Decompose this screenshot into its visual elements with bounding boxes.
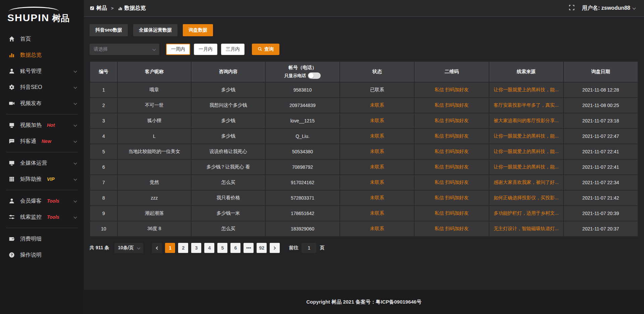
divider (6, 152, 78, 152)
main-area: 树品 > 数据总览 用户名: zswodun88 抖音seo数据全媒体运营数据询… (84, 0, 644, 314)
cell-source[interactable]: 让你一眼就爱上的黑科技，能... (489, 82, 564, 98)
sidebar-item-sliders[interactable]: 线索监控Tools (0, 209, 84, 225)
chart-icon (9, 52, 15, 58)
fullscreen-icon[interactable] (569, 5, 575, 12)
sidebar-item-label: 全媒体运营 (20, 160, 47, 167)
sidebar-item-gear[interactable]: 抖音SEO (0, 79, 84, 95)
sidebar-item-screen[interactable]: 视频加热Hot (0, 117, 84, 133)
phone-only-toggle[interactable] (308, 72, 321, 79)
cell-account: 178651642 (265, 206, 340, 221)
cell-date: 2021-11-07 22:47 (564, 128, 638, 144)
svg-text:?: ? (11, 253, 13, 257)
cell-nickname: 当地比较能吃的一位美女 (117, 144, 192, 159)
page-button-5[interactable]: 5 (217, 243, 227, 253)
pagination: 共 911 条 10条/页 123456•••92 前往 页 (90, 243, 638, 253)
cell-no: 8 (90, 190, 117, 206)
page-size-select[interactable]: 10条/页 (114, 243, 143, 253)
cell-source[interactable]: 被大家追着问的客厅投影分享... (489, 113, 564, 128)
cell-qr[interactable]: 私信 扫码加好友 (414, 82, 489, 98)
cell-qr[interactable]: 私信 扫码加好友 (414, 98, 489, 113)
page-button-3[interactable]: 3 (191, 243, 201, 253)
app-icon (90, 5, 95, 11)
cell-status: 未联系 (340, 221, 414, 237)
cell-source[interactable]: 无主灯设计，智能磁吸轨道灯... (489, 221, 564, 237)
cell-no: 5 (90, 144, 117, 159)
cell-source[interactable]: 让你一眼就爱上的黑科技，能... (489, 159, 564, 175)
range-button-1[interactable]: 一月内 (194, 44, 217, 55)
cell-date: 2021-11-08 00:25 (564, 98, 638, 113)
cell-status: 未联系 (340, 159, 414, 175)
cell-account: 917024162 (265, 175, 340, 190)
sidebar-item-chart[interactable]: 数据总览 (0, 47, 84, 63)
cell-source[interactable]: 如何正确选择投影仪，买投影... (489, 190, 564, 206)
cell-source[interactable]: 让你一眼就爱上的黑科技，能... (489, 128, 564, 144)
inquiry-table: 编号 客户昵称 咨询内容 帐号（电话） 只显示电话 状态 二维码 线索来源 询盘… (90, 61, 638, 237)
page-button-2[interactable]: 2 (178, 243, 188, 253)
cell-qr[interactable]: 私信 扫码加好友 (414, 144, 489, 159)
sidebar-item-person[interactable]: 会员爆客Tools (0, 193, 84, 209)
pages-ellipsis-button[interactable]: ••• (244, 243, 254, 253)
cell-qr[interactable]: 私信 扫码加好友 (414, 175, 489, 190)
cell-content: 多少钱 (191, 128, 265, 144)
monitor-icon (9, 160, 15, 166)
cell-status: 未联系 (340, 190, 414, 206)
prev-page-button[interactable] (152, 243, 162, 253)
next-page-button[interactable] (270, 243, 280, 253)
cell-no: 6 (90, 159, 117, 175)
cell-account: 183929060 (265, 221, 340, 237)
sidebar-item-grid[interactable]: 矩阵助推VIP (0, 171, 84, 187)
goto-page-input[interactable] (302, 243, 316, 253)
cell-account: 70898792 (265, 159, 340, 175)
chevron-down-icon (74, 215, 77, 218)
cell-qr[interactable]: 私信 扫码加好友 (414, 190, 489, 206)
search-icon (258, 47, 262, 52)
sidebar-item-question[interactable]: ?操作说明 (0, 247, 84, 263)
cell-source[interactable]: 让你一眼就爱上的黑科技，能... (489, 144, 564, 159)
badge-vip: VIP (47, 176, 55, 182)
cell-content: 我想问这个多少钱 (191, 98, 265, 113)
cell-status: 已联系 (340, 82, 414, 98)
search-button[interactable]: 查询 (252, 44, 279, 55)
page-button-92[interactable]: 92 (257, 243, 267, 253)
cell-qr[interactable]: 私信 扫码加好友 (414, 113, 489, 128)
sidebar-item-video[interactable]: 视频发布 (0, 95, 84, 111)
cell-qr[interactable]: 私信 扫码加好友 (414, 206, 489, 221)
divider (6, 114, 78, 114)
user-menu[interactable]: 用户名: zswodun88 (582, 5, 635, 12)
sidebar-item-label: 首页 (20, 36, 31, 43)
tab-2[interactable]: 询盘数据 (183, 24, 213, 36)
cell-account: 2097344839 (265, 98, 340, 113)
cell-content: 怎么买 (191, 221, 265, 237)
question-icon: ? (9, 252, 15, 258)
user-icon (9, 68, 15, 74)
cell-source[interactable]: 客厅安装投影半年多了，真实... (489, 98, 564, 113)
page-button-1[interactable]: 1 (165, 243, 175, 253)
tab-1[interactable]: 全媒体运营数据 (133, 24, 177, 36)
cell-nickname: 哦章 (117, 82, 192, 98)
chevron-down-icon (74, 177, 77, 180)
page-button-4[interactable]: 4 (204, 243, 214, 253)
chevron-down-icon (153, 47, 156, 51)
sidebar-item-monitor[interactable]: 全媒体运营 (0, 155, 84, 171)
cell-content: 多少钱一米 (191, 206, 265, 221)
range-button-0[interactable]: 一周内 (166, 44, 190, 55)
home-icon (9, 36, 15, 42)
cell-qr[interactable]: 私信 扫码加好友 (414, 159, 489, 175)
cell-qr[interactable]: 私信 扫码加好友 (414, 128, 489, 144)
sidebar-item-wallet[interactable]: 消费明细 (0, 231, 84, 247)
cell-source[interactable]: 多功能护栏灯，适用于乡村文... (489, 206, 564, 221)
sidebar-item-user[interactable]: 账号管理 (0, 63, 84, 79)
range-button-2[interactable]: 三月内 (221, 44, 245, 55)
cell-source[interactable]: 感谢大家喜欢我家，被问了好... (489, 175, 564, 190)
cell-status: 未联系 (340, 113, 414, 128)
page-button-6[interactable]: 6 (230, 243, 240, 253)
tab-0[interactable]: 抖音seo数据 (90, 24, 128, 36)
sidebar-item-chat[interactable]: 抖客通New (0, 133, 84, 149)
cell-qr[interactable]: 私信 扫码加好友 (414, 221, 489, 237)
filter-select[interactable]: 请选择 (90, 44, 159, 55)
col-date: 询盘日期 (564, 61, 638, 82)
table-row: 1036度 8怎么买183929060未联系私信 扫码加好友无主灯设计，智能磁吸… (90, 221, 638, 237)
filter-select-placeholder: 请选择 (94, 46, 108, 52)
sidebar-item-home[interactable]: 首页 (0, 31, 84, 47)
breadcrumb-app[interactable]: 树品 (96, 5, 107, 12)
